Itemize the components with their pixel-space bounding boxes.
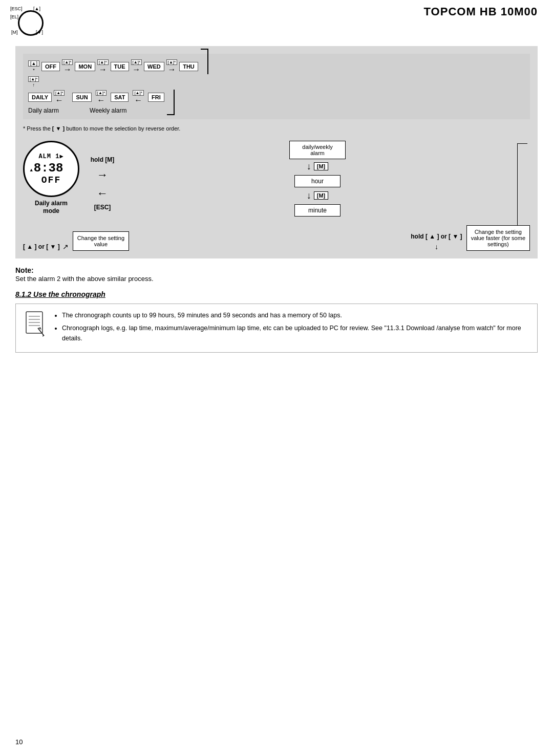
m-button-label: [M] bbox=[11, 30, 18, 35]
mon-box: MON bbox=[75, 62, 95, 71]
note-section: Note: Set the alarm 2 with the above sim… bbox=[15, 266, 538, 283]
watch-time: 8:38 bbox=[34, 161, 63, 175]
note-text: Set the alarm 2 with the above similar p… bbox=[15, 275, 154, 283]
watch-button-diagram: [ESC] [▲] [EL] [M] [▼] bbox=[10, 5, 51, 41]
thu-box: THU bbox=[179, 62, 198, 71]
watch-display-column: ALM 1▶ ▲ 8:38 OFF Daily alarmmode bbox=[23, 141, 79, 215]
weekly-alarm-label: Weekly alarm bbox=[90, 107, 126, 114]
m-btn-2: [M] bbox=[314, 191, 329, 200]
watch-alm-text: ALM 1▶ bbox=[38, 153, 63, 160]
change-faster-box: Change the settingvalue faster (for some… bbox=[466, 225, 530, 251]
chrono-bullet-1: The chronograph counts up to 99 hours, 5… bbox=[62, 310, 529, 320]
minute-box: minute bbox=[294, 204, 341, 217]
main-content: [▲] * OFF [▲]* → MON [▲]* → TUE bbox=[0, 41, 553, 358]
page-number: 10 bbox=[15, 738, 23, 746]
press-note: * Press the [ ▼ ] button to move the sel… bbox=[23, 124, 530, 133]
page-title: TOPCOM HB 10M00 bbox=[424, 5, 538, 18]
hold-up-down-label: hold [ ▲ ] or [ ▼ ] bbox=[411, 233, 462, 240]
daily-alarm-label: Daily alarm bbox=[28, 107, 59, 114]
chrono-bullets: The chronograph counts up to 99 hours, 5… bbox=[54, 310, 529, 346]
fri-box: FRI bbox=[148, 93, 164, 102]
hour-box: hour bbox=[294, 175, 341, 187]
down-button-label: [▼] bbox=[36, 30, 43, 35]
sun-box: SUN bbox=[72, 93, 91, 102]
chrono-content-box: The chronograph counts up to 99 hours, 5… bbox=[15, 304, 538, 353]
alarm-flow-diagram: [▲] * OFF [▲]* → MON [▲]* → TUE bbox=[15, 46, 538, 258]
daily-box: DAILY bbox=[28, 93, 52, 102]
down-arrow-2: ↓ bbox=[307, 190, 311, 201]
watch-indicator: ▲ bbox=[30, 168, 32, 173]
header: [ESC] [▲] [EL] [M] [▼] TOPCOM HB 10M00 bbox=[0, 0, 553, 41]
el-button-label: [EL] bbox=[10, 14, 18, 19]
watch-status: OFF bbox=[41, 175, 61, 185]
tue-box: TUE bbox=[111, 62, 129, 71]
watch-face: ALM 1▶ ▲ 8:38 OFF bbox=[23, 141, 79, 197]
daily-weekly-box: daily/weeklyalarm bbox=[289, 141, 346, 159]
esc-button-label: [ESC] bbox=[10, 6, 23, 11]
note-title: Note: bbox=[15, 266, 34, 274]
m-btn-1: [M] bbox=[314, 162, 329, 170]
sat-box: SAT bbox=[111, 93, 129, 102]
esc-label: [ESC] bbox=[94, 204, 111, 211]
day-selection-flow: [▲] * OFF [▲]* → MON [▲]* → TUE bbox=[23, 54, 530, 119]
star-label: * bbox=[33, 68, 35, 73]
up-btn-row1-label: [▲] bbox=[28, 60, 39, 67]
hold-m-label: hold [M] bbox=[91, 156, 115, 163]
chrono-section: 8.1.2 Use the chronograph bbox=[15, 290, 538, 353]
watch-mode-label: Daily alarmmode bbox=[35, 200, 68, 215]
notebook-icon bbox=[24, 310, 47, 340]
chrono-bullet-2: Chronograph logs, e.g. lap time, maximum… bbox=[62, 323, 529, 343]
off-box: OFF bbox=[41, 62, 60, 71]
down-arrow-1: ↓ bbox=[307, 161, 311, 172]
wed-box: WED bbox=[144, 62, 164, 71]
chrono-title: 8.1.2 Use the chronograph bbox=[15, 290, 538, 298]
change-value-box: Change the settingvalue bbox=[73, 231, 129, 251]
up-down-btn-label: [ ▲ ] or [ ▼ ] bbox=[23, 243, 60, 250]
